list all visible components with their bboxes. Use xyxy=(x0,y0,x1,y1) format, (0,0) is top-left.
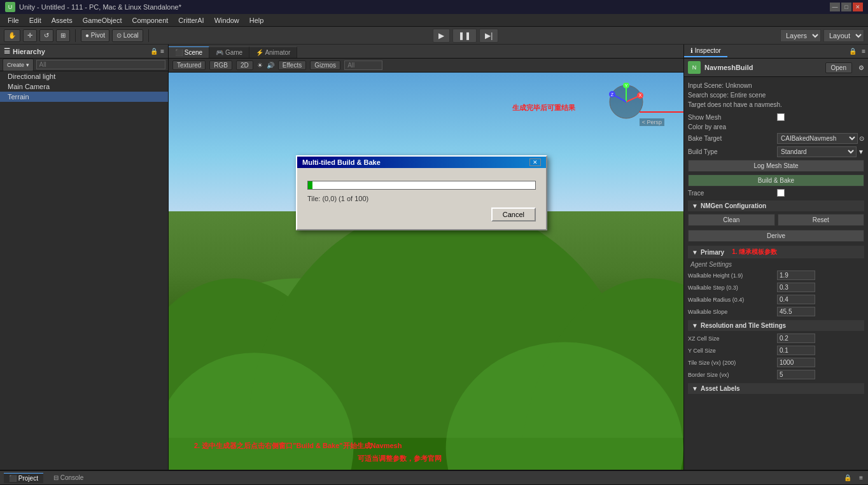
menu-gameobject[interactable]: GameObject xyxy=(78,15,127,25)
move-tool[interactable]: ✛ xyxy=(23,29,37,42)
show-mesh-checkbox[interactable] xyxy=(777,113,785,121)
hierarchy-panel: ☰ Hierarchy 🔒 ≡ Create ▾ Directional lig… xyxy=(0,45,169,470)
primary-section-header[interactable]: ▼ Primary 1. 继承模板参数 xyxy=(688,246,864,258)
border-size-input[interactable] xyxy=(777,370,815,379)
inspector-settings-icon[interactable]: ⚙ xyxy=(858,64,864,71)
border-size-label: Border Size (vx) xyxy=(688,372,777,378)
hierarchy-item-terrain[interactable]: Terrain xyxy=(0,92,168,102)
maximize-button[interactable]: □ xyxy=(841,3,851,11)
menu-help[interactable]: Help xyxy=(244,15,269,25)
asset-labels-icon: ▼ xyxy=(692,385,698,392)
trace-checkbox[interactable] xyxy=(777,189,785,197)
hierarchy-menu[interactable]: ≡ xyxy=(160,48,164,55)
inspector-menu-icon[interactable]: ≡ xyxy=(859,46,868,56)
hierarchy-item-main-camera[interactable]: Main Camera xyxy=(0,81,168,92)
resolution-section-header[interactable]: ▼ Resolution and Tile Settings xyxy=(688,320,864,331)
color-by-area-row: Color by area xyxy=(688,122,864,132)
agent-settings-label: Agent Settings xyxy=(688,260,864,269)
walkable-height-input[interactable] xyxy=(777,271,815,280)
tile-size-input[interactable] xyxy=(777,358,815,367)
xz-cell-row: XZ Cell Size xyxy=(688,332,864,344)
tile-info: Tile: (0,0) (1 of 100) xyxy=(307,195,536,202)
clean-button[interactable]: Clean xyxy=(688,214,775,226)
show-mesh-checkbox-area xyxy=(777,113,785,121)
menu-assets[interactable]: Assets xyxy=(46,15,78,25)
local-toggle[interactable]: ⊙ Local xyxy=(112,29,143,42)
hierarchy-header: ☰ Hierarchy 🔒 ≡ xyxy=(0,45,168,59)
menu-edit[interactable]: Edit xyxy=(24,15,46,25)
tab-project[interactable]: ⬛ Project xyxy=(4,473,43,483)
asset-labels-header[interactable]: ▼ Asset Labels xyxy=(688,383,864,394)
derive-button[interactable]: Derive xyxy=(688,230,864,242)
title-bar: U Unity - Untitled - 111 - PC, Mac & Lin… xyxy=(0,0,868,14)
walkable-slope-label: Walkable Slope xyxy=(688,309,777,315)
bake-target-pick-icon[interactable]: ⊙ xyxy=(859,135,864,142)
viewport-canvas: X Y Z < Persp 生成完毕后可重结果 xyxy=(169,73,683,470)
build-type-select[interactable]: Standard xyxy=(777,146,857,157)
log-mesh-state-button[interactable]: Log Mesh State xyxy=(688,160,864,172)
component-name: NavmeshBuild xyxy=(704,64,822,71)
hierarchy-item-directional-light[interactable]: Directional light xyxy=(0,71,168,81)
vt-rgb[interactable]: RGB xyxy=(209,60,232,70)
cancel-button[interactable]: Cancel xyxy=(491,207,536,221)
scene-tab-label: Scene xyxy=(185,49,202,56)
pivot-toggle[interactable]: ● Pivot xyxy=(81,29,109,42)
vt-light-icon: ☀ xyxy=(257,62,263,69)
menu-critterai[interactable]: CritterAI xyxy=(173,15,209,25)
bake-target-select[interactable]: CAIBakedNavmesh xyxy=(777,133,858,144)
step-button[interactable]: ▶| xyxy=(479,29,498,43)
resolution-collapse-icon: ▼ xyxy=(692,322,698,329)
reset-button[interactable]: Reset xyxy=(778,214,865,226)
menu-component[interactable]: Component xyxy=(127,15,173,25)
menu-window[interactable]: Window xyxy=(209,15,244,25)
vt-gizmos[interactable]: Gizmos xyxy=(310,60,340,70)
progress-bar-container xyxy=(307,181,536,190)
vt-2d[interactable]: 2D xyxy=(236,60,253,70)
walkable-radius-label: Walkable Radius (0.4) xyxy=(688,297,777,303)
tab-inspector[interactable]: ℹ Inspector xyxy=(684,45,727,57)
hand-tool[interactable]: ✋ xyxy=(4,29,20,42)
project-menu-icon[interactable]: ≡ xyxy=(858,473,864,482)
project-tab-icon: ⬛ xyxy=(9,475,17,482)
minimize-button[interactable]: — xyxy=(830,3,840,11)
xz-cell-input[interactable] xyxy=(777,334,815,343)
menu-file[interactable]: File xyxy=(3,15,24,25)
inspector-lock-icon[interactable]: 🔒 xyxy=(846,46,859,56)
vt-audio-icon: 🔊 xyxy=(267,62,274,69)
hierarchy-create[interactable]: Create ▾ xyxy=(3,59,34,71)
tab-scene[interactable]: ⬛ Scene xyxy=(169,46,209,58)
rotate-tool[interactable]: ↺ xyxy=(39,29,53,42)
dialog-close-button[interactable]: ✕ xyxy=(529,158,541,166)
walkable-step-input[interactable] xyxy=(777,283,815,292)
asset-labels-label: Asset Labels xyxy=(701,385,740,392)
build-bake-button[interactable]: Build & Bake xyxy=(688,174,864,186)
console-tab-label: Console xyxy=(60,474,84,481)
game-tab-icon: 🎮 xyxy=(216,49,223,56)
tab-animator[interactable]: ⚡ Animator xyxy=(249,46,297,58)
hierarchy-lock[interactable]: 🔒 xyxy=(150,48,158,55)
game-tab-label: Game xyxy=(225,49,242,56)
project-lock-icon[interactable]: 🔒 xyxy=(843,473,853,482)
vt-effects[interactable]: Effects xyxy=(278,60,306,70)
component-icon: N xyxy=(688,61,701,74)
layout-dropdown[interactable]: Layout xyxy=(823,29,864,42)
vt-textured[interactable]: Textured xyxy=(172,60,206,70)
layers-dropdown[interactable]: Layers xyxy=(780,29,821,42)
pause-button[interactable]: ❚❚ xyxy=(452,29,477,43)
viewport-toolbar: Textured RGB 2D ☀ 🔊 Effects Gizmos xyxy=(169,59,683,73)
walkable-slope-input[interactable] xyxy=(777,307,815,316)
tab-game[interactable]: 🎮 Game xyxy=(209,46,249,58)
walkable-radius-input[interactable] xyxy=(777,295,815,304)
hierarchy-search[interactable] xyxy=(36,60,165,69)
play-button[interactable]: ▶ xyxy=(433,29,450,43)
tab-console[interactable]: ⊟ Console xyxy=(48,473,88,482)
dialog-buttons: Cancel xyxy=(307,207,536,221)
y-cell-input[interactable] xyxy=(777,346,815,355)
nmgen-section-header[interactable]: ▼ NMGen Configuration xyxy=(688,200,864,211)
scale-tool[interactable]: ⊞ xyxy=(56,29,70,42)
open-button[interactable]: Open xyxy=(825,62,852,73)
build-type-arrow[interactable]: ▼ xyxy=(858,148,864,155)
toolbar: ✋ ✛ ↺ ⊞ ● Pivot ⊙ Local ▶ ❚❚ ▶| Layers L… xyxy=(0,27,868,45)
viewport-search[interactable] xyxy=(344,60,382,70)
close-button[interactable]: ✕ xyxy=(853,3,863,11)
